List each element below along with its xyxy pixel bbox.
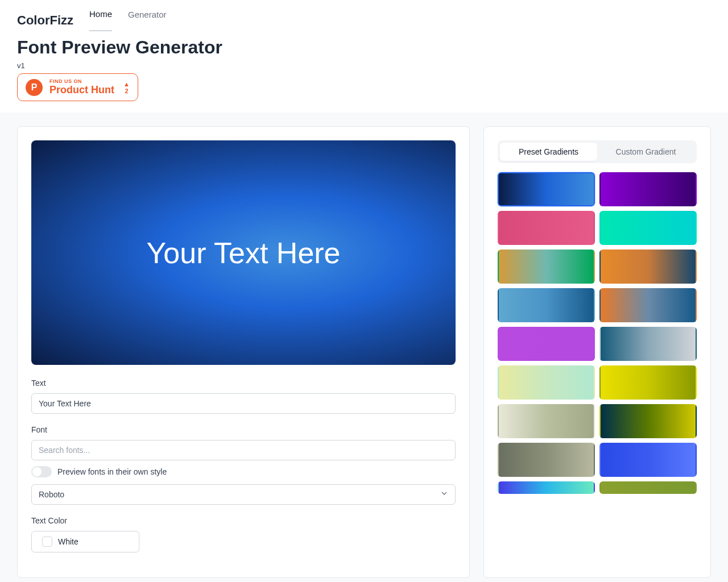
gradient-pink-rose[interactable] (498, 211, 595, 245)
page-title: Font Preview Generator (17, 37, 711, 58)
preview-card: Your Text Here Text Font Preview fonts i… (17, 126, 470, 578)
triangle-up-icon: ▲ (123, 81, 130, 88)
font-search-input[interactable] (31, 440, 456, 460)
gradient-orange-navy[interactable] (599, 250, 697, 284)
product-hunt-icon: P (26, 79, 43, 96)
product-hunt-sub: FIND US ON (49, 78, 114, 84)
product-hunt-main: Product Hunt (49, 84, 114, 96)
font-preview-canvas: Your Text Here (31, 140, 456, 365)
version-label: v1 (17, 61, 711, 70)
preview-style-toggle[interactable] (31, 466, 52, 477)
gradient-purple[interactable] (599, 172, 697, 206)
gradient-pale-mint[interactable] (498, 365, 595, 400)
toggle-knob (32, 467, 42, 476)
gradient-olive-grey[interactable] (498, 443, 595, 477)
text-color-picker[interactable]: White (31, 531, 139, 552)
nav-generator[interactable]: Generator (128, 10, 167, 31)
font-label: Font (31, 425, 456, 434)
text-color-value: White (58, 537, 78, 546)
gradient-orange-blue[interactable] (599, 288, 697, 322)
gradient-violet[interactable] (498, 327, 595, 361)
preview-text: Your Text Here (146, 236, 340, 270)
gradient-grid (498, 172, 697, 494)
nav-home[interactable]: Home (89, 9, 112, 31)
product-hunt-badge[interactable]: P FIND US ON Product Hunt ▲ 2 (17, 73, 138, 101)
tab-custom-gradient[interactable]: Custom Gradient (597, 143, 694, 161)
gradient-deep-blue[interactable] (498, 172, 595, 206)
gradient-light-blue-navy[interactable] (498, 288, 595, 322)
text-input[interactable] (31, 393, 456, 414)
gradient-orange-green[interactable] (498, 250, 595, 284)
gradient-panel: Preset Gradients Custom Gradient (483, 126, 711, 578)
font-select[interactable]: Roboto (31, 484, 456, 505)
gradient-sage[interactable] (498, 404, 595, 438)
preview-style-toggle-label: Preview fonts in their own style (57, 467, 167, 476)
gradient-blue-cyan-mint[interactable] (498, 481, 595, 494)
gradient-royal-blue[interactable] (599, 443, 697, 477)
brand-logo[interactable]: ColorFizz (17, 13, 73, 28)
gradient-steel-grey[interactable] (599, 327, 697, 361)
gradient-navy-yellow[interactable] (599, 404, 697, 438)
tab-preset-gradients[interactable]: Preset Gradients (500, 143, 597, 161)
gradient-teal[interactable] (599, 211, 697, 245)
text-label: Text (31, 379, 456, 388)
text-color-label: Text Color (31, 516, 456, 525)
gradient-yellow-olive[interactable] (599, 365, 697, 400)
gradient-olive-green[interactable] (599, 481, 697, 494)
product-hunt-count: 2 (125, 88, 128, 94)
color-swatch (42, 537, 52, 547)
